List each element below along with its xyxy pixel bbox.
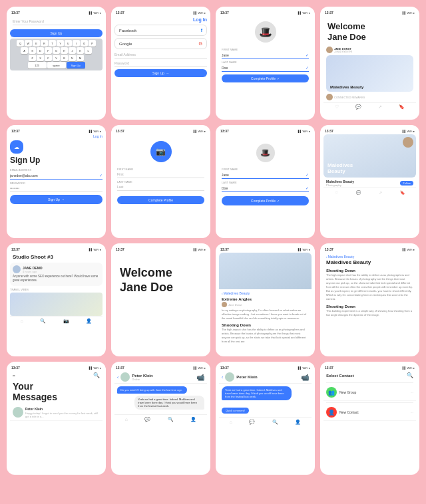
back-button[interactable]: ‹ Maledives Beauty — [219, 289, 312, 296]
action-strip: ♡ 💬 ↗ 🔖 — [323, 102, 416, 111]
back-button[interactable]: ‹ Maledives Beauty — [323, 253, 416, 259]
signup-button[interactable]: Sign Up — [10, 29, 103, 37]
key-o[interactable]: O — [81, 40, 88, 47]
search-icon[interactable]: 🔍 — [93, 372, 100, 378]
photo-upload[interactable]: 📷 — [150, 141, 172, 162]
key-x[interactable]: X — [37, 55, 44, 61]
last-name-input[interactable]: Doe ✓ — [222, 64, 309, 72]
status-bar: 13:37 ▌▌ WiFi ● — [10, 129, 103, 134]
complete-btn[interactable]: Complete Profile — [117, 196, 204, 204]
facebook-btn[interactable]: Facebook f — [114, 25, 207, 36]
profile-icon[interactable]: 👤 — [190, 417, 196, 422]
back-button[interactable]: ‹ — [117, 375, 118, 380]
bookmark-icon[interactable]: 🔖 — [400, 190, 405, 195]
key-w[interactable]: W — [25, 40, 32, 47]
home-icon[interactable]: ⌂ — [21, 318, 23, 324]
key-l[interactable]: L — [85, 47, 92, 54]
key-b[interactable]: B — [61, 55, 68, 61]
video-call-icon[interactable]: 📹 — [301, 374, 309, 381]
login-link[interactable]: Log In — [114, 16, 207, 25]
complete-btn[interactable]: Complete Profile ✓ — [222, 196, 309, 205]
email-input[interactable]: Email Address — [114, 51, 207, 59]
bookmark-icon[interactable]: 🔖 — [399, 104, 405, 110]
avatar-upload[interactable]: 🎩 — [255, 21, 276, 43]
signup-button[interactable]: Sign Up → — [114, 69, 207, 77]
key-y[interactable]: Y — [57, 40, 64, 47]
key-c[interactable]: C — [45, 55, 52, 61]
message-item[interactable]: Peter Klein Heyyy today I forgot to send… — [10, 405, 103, 421]
follow-tag[interactable]: Follow — [400, 181, 413, 186]
status-icons: ▌▌ WiFi ● — [298, 248, 310, 251]
home-icon[interactable]: ⌂ — [230, 420, 232, 425]
messages-icon[interactable]: 💬 — [249, 420, 255, 425]
key-z[interactable]: Z — [29, 55, 36, 61]
key-123[interactable]: 123 — [28, 62, 47, 68]
key-f[interactable]: F — [45, 47, 52, 54]
key-n[interactable]: N — [69, 55, 76, 61]
key-j[interactable]: J — [69, 47, 76, 54]
status-time: 13:37 — [116, 129, 124, 133]
contact-name: Peter Klein — [236, 375, 257, 379]
key-m[interactable]: M — [77, 55, 84, 61]
search-icon[interactable]: 🔍 — [407, 372, 413, 378]
key-g[interactable]: G — [53, 47, 60, 54]
explore-icon[interactable]: 🔍 — [168, 417, 174, 422]
messages-icon[interactable]: 💬 — [144, 417, 150, 422]
key-e[interactable]: E — [33, 40, 40, 47]
key-s[interactable]: S — [29, 47, 36, 54]
comment-icon[interactable]: 💬 — [356, 190, 361, 195]
home-icon[interactable]: ⌂ — [125, 417, 128, 422]
key-i[interactable]: I — [73, 40, 80, 47]
key-v[interactable]: V — [53, 55, 60, 61]
signup-button[interactable]: Sign Up → — [10, 195, 103, 204]
key-p[interactable]: P — [89, 40, 96, 47]
profile-icon[interactable]: 👤 — [295, 420, 301, 425]
search-icon[interactable]: 🔍 — [40, 318, 46, 324]
comment-icon[interactable]: 💬 — [355, 104, 361, 110]
complete-profile-btn[interactable]: Complete Profile ✓ — [222, 74, 309, 82]
password-input[interactable]: Password — [114, 60, 207, 67]
key-signup[interactable]: Sign Up — [67, 62, 85, 68]
heart-icon[interactable]: ♡ — [335, 190, 338, 195]
user-icon[interactable]: 👤 — [86, 318, 92, 324]
new-group-item[interactable]: 👥 New Group ··· — [323, 384, 416, 401]
key-q[interactable]: Q — [17, 40, 24, 47]
new-contact-item[interactable]: 👤 New Contact ··· — [323, 404, 416, 421]
video-call-icon[interactable]: 📹 — [196, 374, 204, 381]
quick-reply-btn[interactable]: Quick comment! — [222, 408, 249, 414]
contact-status: Online — [132, 378, 152, 381]
key-t[interactable]: T — [49, 40, 56, 47]
share-icon[interactable]: ↗ — [378, 104, 382, 110]
explore-icon[interactable]: 🔍 — [272, 420, 278, 425]
status-icons: ▌▌ WiFi ● — [298, 11, 310, 15]
status-icons: ▌▌ WiFi ● — [194, 130, 206, 133]
arrow-right-icon: → — [61, 197, 65, 201]
first-name-input[interactable]: First — [117, 171, 204, 178]
key-a[interactable]: A — [21, 47, 28, 54]
message-received: Yeah we had a great time. Indeed. Maldiv… — [222, 386, 292, 400]
share-icon[interactable]: ↗ — [379, 190, 382, 195]
login-link[interactable]: Log In — [10, 134, 103, 140]
key-u[interactable]: U — [65, 40, 72, 47]
password-input[interactable]: Enter Your Password — [13, 18, 100, 25]
key-k[interactable]: K — [77, 47, 84, 54]
last-name-input[interactable]: Doe ✓ — [222, 184, 309, 192]
key-d[interactable]: D — [37, 47, 44, 54]
camera-icon[interactable]: 📷 — [63, 318, 69, 324]
divider-1 — [326, 382, 413, 383]
back-button[interactable]: ‹ — [222, 375, 223, 380]
heart-icon[interactable]: ♡ — [335, 104, 339, 110]
email-input[interactable]: janedoe@abc.com ✓ — [10, 172, 103, 180]
phone-card-welcome-large: 13:37 ▌▌ WiFi ● WelcomeJane Doe — [111, 243, 210, 356]
compose-icon[interactable]: ✏ — [13, 374, 15, 378]
key-r[interactable]: R — [41, 40, 48, 47]
phone-card-social-feed: 13:37 ▌▌ WiFi ● Studio Shoot #3 JANE DEM… — [7, 243, 106, 356]
google-btn[interactable]: Google G — [114, 38, 207, 49]
first-name-input[interactable]: Jane ✓ — [222, 51, 309, 59]
last-name-input[interactable]: Last — [117, 184, 204, 191]
key-space[interactable]: space — [47, 62, 66, 68]
key-h[interactable]: H — [61, 47, 68, 54]
first-name-input[interactable]: Jane ✓ — [222, 171, 309, 179]
password-input[interactable]: •••••••• — [10, 185, 103, 192]
section-1-title: Shooting Down — [323, 267, 416, 273]
